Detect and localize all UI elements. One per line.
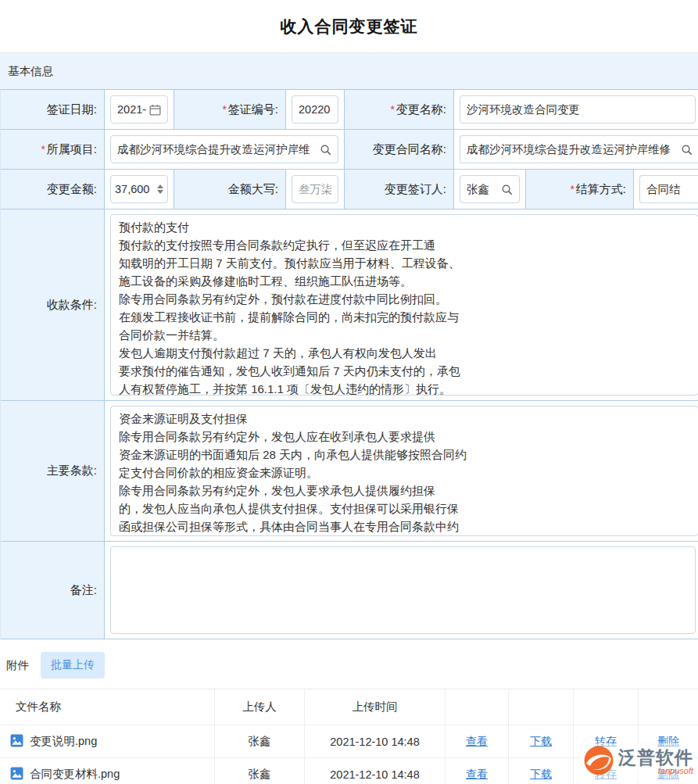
attachment-row: 变更说明.png 张鑫 2021-12-10 14:48 查看 下载 转存 删除 [0,725,698,758]
actions-header [574,689,639,725]
main-clauses-textarea[interactable]: 资金来源证明及支付担保 除专用合同条款另有约定外，发包人应在收到承包人要求提供 … [110,406,698,536]
calendar-icon[interactable] [149,104,161,116]
amount-in-words-field: 叁万柒 [292,175,338,203]
remarks-textarea[interactable] [110,546,696,634]
actions-header [446,689,509,725]
uploader-header: 上传人 [215,689,305,725]
attachment-upload-time: 2021-12-10 14:48 [305,758,446,784]
income-contract-change-visa-page: 收入合同变更签证 基本信息 签证日期: 2021-1 * 签证编号: 20220 [0,0,698,784]
visa-no-input[interactable]: 20220 [292,95,338,124]
payment-terms-cell: 预付款的支付 预付款的支付按照专用合同条款约定执行，但至迟应在开工通 知载明的开… [105,209,698,401]
change-contract-name-label: 变更合同名称: [345,130,454,170]
attachment-file-name: 合同变更材料.png [30,767,120,782]
required-mark: * [390,103,394,116]
change-name-cell: 沙河环境改造合同变更 [454,90,698,130]
change-contract-name-input[interactable]: 成都沙河环境综合提升改造运河护岸维修 [460,135,698,163]
required-mark: * [570,183,574,195]
project-label: * 所属项目: [1,130,105,170]
change-signer-input[interactable]: 张鑫 [460,175,520,203]
visa-date-input[interactable]: 2021-1 [110,95,168,124]
page-title: 收入合同变更签证 [281,16,418,38]
view-link[interactable]: 查看 [466,768,488,782]
change-signer-cell: 张鑫 [454,170,526,209]
delete-link[interactable]: 删除 [657,768,679,782]
change-name-label: * 变更名称: [345,90,454,130]
settlement-method-select[interactable]: 合同结 [639,175,698,203]
attachments-section-header: 附件 批量上传 [0,639,698,689]
image-file-icon [10,734,23,750]
download-link[interactable]: 下载 [530,735,552,749]
main-clauses-cell: 资金来源证明及支付担保 除专用合同条款另有约定外，发包人应在收到承包人要求提供 … [105,401,698,542]
remarks-label: 备注: [1,542,105,639]
actions-header [509,689,574,725]
attachments-section-title: 附件 [6,658,29,673]
change-name-input[interactable]: 沙河环境改造合同变更 [460,95,696,124]
visa-no-label: * 签证编号: [174,90,286,130]
attachment-uploader: 张鑫 [215,758,305,784]
payment-terms-label: 收款条件: [1,209,105,401]
project-input[interactable]: 成都沙河环境综合提升改造运河护岸维 [110,135,338,163]
search-icon[interactable] [501,184,513,195]
settlement-method-label: * 结算方式: [526,170,634,209]
attachment-uploader: 张鑫 [215,725,305,758]
payment-terms-textarea[interactable]: 预付款的支付 预付款的支付按照专用合同条款约定执行，但至迟应在开工通 知载明的开… [110,214,698,396]
main-clauses-label: 主要条款: [1,401,105,542]
settlement-method-cell: 合同结 [634,170,698,209]
amount-stepper[interactable] [157,184,163,194]
download-link[interactable]: 下载 [530,768,552,782]
required-mark: * [222,103,226,116]
upload-time-header: 上传时间 [305,689,446,725]
basic-info-section-header: 基本信息 [0,53,698,89]
attachment-file-cell: 合同变更材料.png [0,758,215,784]
page-header: 收入合同变更签证 [0,0,698,53]
attachment-upload-time: 2021-12-10 14:48 [305,725,446,758]
transfer-link[interactable]: 转存 [595,768,617,782]
image-file-icon [10,767,23,782]
change-signer-label: 变更签订人: [345,170,454,209]
change-amount-cell: 37,600 [105,170,174,209]
delete-link[interactable]: 删除 [657,735,679,749]
visa-date-cell: 2021-1 [105,90,174,130]
batch-upload-button[interactable]: 批量上传 [41,652,105,678]
required-mark: * [41,143,45,156]
basic-info-section-title: 基本信息 [8,64,53,79]
attachment-file-cell: 变更说明.png [0,725,215,758]
attachment-row: 合同变更材料.png 张鑫 2021-12-10 14:48 查看 下载 转存 … [0,758,698,784]
change-contract-name-cell: 成都沙河环境综合提升改造运河护岸维修 [454,130,698,170]
attachment-file-name: 变更说明.png [30,734,97,749]
amount-in-words-label: 金额大写: [174,170,286,209]
visa-no-cell: 20220 [286,90,345,130]
search-icon[interactable] [681,144,693,156]
project-cell: 成都沙河环境综合提升改造运河护岸维 [105,130,345,170]
transfer-link[interactable]: 转存 [595,735,617,749]
attachments-table-header: 文件名称 上传人 上传时间 [0,689,698,725]
actions-header [639,689,698,725]
file-name-header: 文件名称 [0,689,215,725]
amount-in-words-cell: 叁万柒 [286,170,345,209]
change-amount-label: 变更金额: [1,170,105,209]
change-amount-input[interactable]: 37,600 [110,175,168,203]
attachments-table: 文件名称 上传人 上传时间 变更说明.png 张鑫 2021-12-10 14:… [0,689,698,784]
view-link[interactable]: 查看 [466,735,488,749]
visa-date-label: 签证日期: [1,90,105,130]
remarks-cell [105,542,698,639]
search-icon[interactable] [320,144,331,156]
basic-info-form: 签证日期: 2021-1 * 签证编号: 20220 * 变更名称: 沙河环 [0,89,698,639]
